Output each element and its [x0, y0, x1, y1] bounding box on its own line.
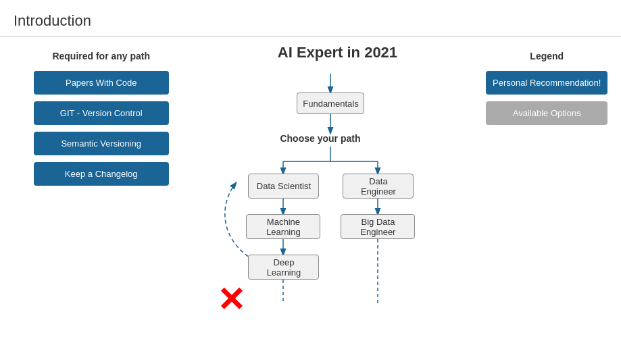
- flowchart: Fundamentals Choose your path Data Scien…: [202, 74, 472, 330]
- fundamentals-node: Fundamentals: [297, 93, 364, 114]
- legend-title: Legend: [530, 51, 564, 61]
- available-options-label: Available Options: [486, 101, 607, 125]
- data-engineer-node: Data Engineer: [343, 174, 414, 199]
- right-panel: Legend Personal Recommendation! Availabl…: [472, 37, 621, 361]
- semantic-versioning-button[interactable]: Semantic Versioning: [34, 132, 169, 155]
- data-scientist-node: Data Scientist: [248, 174, 319, 199]
- machine-learning-node: Machine Learning: [246, 214, 320, 239]
- main-title: AI Expert in 2021: [278, 44, 397, 61]
- deep-learning-node: Deep Learning: [248, 255, 319, 280]
- page-title: Introduction: [0, 0, 621, 37]
- required-title: Required for any path: [52, 51, 150, 61]
- x-mark: ✕: [217, 283, 245, 317]
- choose-path-label: Choose your path: [280, 133, 360, 144]
- papers-with-code-button[interactable]: Papers With Code: [34, 71, 169, 95]
- big-data-engineer-node: Big Data Engineer: [341, 214, 415, 239]
- center-panel: AI Expert in 2021: [202, 37, 472, 361]
- git-version-control-button[interactable]: GIT - Version Control: [34, 101, 169, 125]
- keep-changelog-button[interactable]: Keep a Changelog: [34, 162, 169, 186]
- personal-recommendation-label: Personal Recommendation!: [486, 71, 607, 95]
- left-panel: Required for any path Papers With Code G…: [0, 37, 202, 361]
